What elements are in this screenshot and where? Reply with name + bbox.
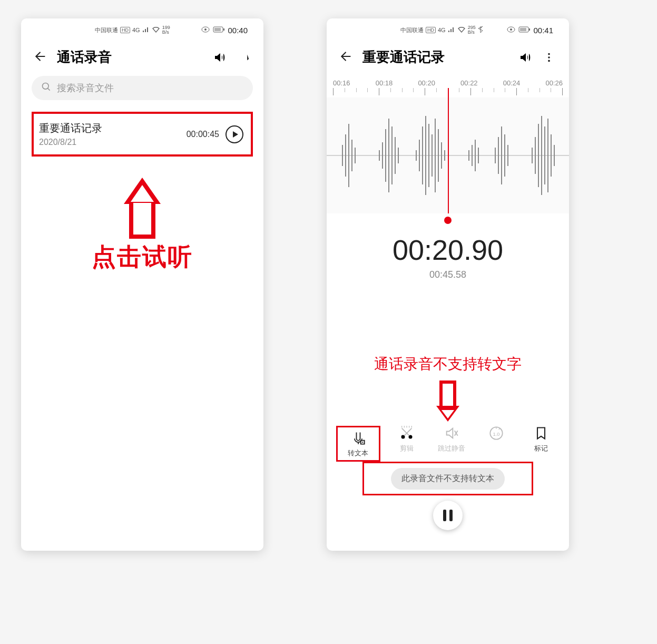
ruler-tick: 00:24: [503, 79, 521, 87]
tool-label: 转文本: [348, 448, 368, 458]
svg-point-1: [204, 28, 207, 31]
network-type: 4G: [132, 27, 140, 33]
ruler-tick: 00:20: [418, 79, 435, 87]
app-header: 通话录音: [21, 42, 263, 76]
playback-cursor[interactable]: [448, 88, 449, 213]
battery-icon: [518, 26, 530, 34]
sort-icon[interactable]: [236, 50, 251, 65]
back-icon[interactable]: [34, 50, 47, 65]
mute-skip-icon: [444, 426, 459, 441]
svg-rect-10: [520, 28, 526, 31]
phone-screenshot-list: 中国联通 HD 4G 199B/s 00:40 通: [21, 18, 263, 551]
tool-label: 标记: [534, 444, 548, 453]
hd-badge: HD: [426, 27, 436, 33]
ruler-tick: 00:16: [333, 79, 350, 87]
page-title: 重要通话记录: [362, 48, 508, 66]
trim-button[interactable]: 剪辑: [388, 426, 425, 453]
search-placeholder: 搜索录音文件: [57, 82, 114, 94]
bookmark-icon: [534, 426, 548, 441]
status-time: 00:41: [533, 26, 553, 35]
bt-icon: [478, 26, 483, 35]
svg-rect-4: [214, 28, 221, 31]
tool-label: 剪辑: [400, 444, 414, 453]
eye-icon: [507, 26, 515, 34]
annotation-text: 通话录音不支持转文字: [327, 354, 569, 374]
current-time: 00:20.90: [327, 233, 569, 266]
total-time: 00:45.58: [327, 269, 569, 280]
play-icon[interactable]: [225, 125, 243, 143]
svg-point-7: [510, 28, 512, 31]
toast-message: 此录音文件不支持转文本: [391, 468, 505, 490]
player-toolbar: 转文本 剪辑 跳过静音 1.0 标记: [327, 424, 569, 462]
annotation-text: 点击试听: [21, 241, 263, 274]
signal-icon: [448, 26, 455, 34]
speed-button[interactable]: 1.0: [478, 426, 515, 441]
svg-text:1.0: 1.0: [493, 432, 500, 437]
page-title: 通话录音: [57, 48, 202, 66]
toast-highlight: 此录音文件不支持转文本: [362, 462, 533, 495]
svg-rect-3: [223, 28, 224, 31]
tool-label: 跳过静音: [438, 444, 465, 453]
back-icon[interactable]: [339, 50, 353, 65]
ruler-tick: 00:26: [545, 79, 563, 87]
speaker-icon[interactable]: [517, 50, 532, 65]
status-time: 00:40: [228, 26, 248, 35]
phone-screenshot-player: 中国联通 HD 4G 295B/s 00:41 重要通话记录 00:16 00:…: [327, 18, 569, 551]
carrier-label: 中国联通: [400, 26, 424, 34]
annotation-arrow-down-icon: [436, 380, 459, 422]
net-speed: 295B/s: [468, 25, 476, 35]
recording-date: 2020/8/21: [39, 138, 187, 147]
status-bar: 中国联通 HD 4G 295B/s 00:41: [327, 18, 569, 42]
status-bar: 中国联通 HD 4G 199B/s 00:40: [21, 18, 263, 42]
ruler-tick: 00:22: [460, 79, 478, 87]
recording-title: 重要通话记录: [39, 121, 187, 135]
hd-badge: HD: [120, 27, 130, 33]
to-text-button[interactable]: 转文本: [336, 426, 380, 462]
speaker-icon[interactable]: [212, 50, 227, 65]
svg-point-13: [548, 60, 550, 62]
waveform[interactable]: [327, 97, 569, 213]
svg-point-5: [43, 83, 49, 89]
speed-icon: 1.0: [489, 426, 504, 441]
bookmark-button[interactable]: 标记: [523, 426, 560, 453]
carrier-label: 中国联通: [95, 26, 118, 34]
svg-point-11: [548, 53, 550, 55]
time-ruler: 00:16 00:18 00:20 00:22 00:24 00:26: [327, 76, 569, 88]
recording-duration: 00:00:45: [187, 130, 219, 139]
eye-icon: [201, 26, 210, 34]
search-icon: [41, 82, 52, 95]
svg-rect-9: [529, 28, 530, 31]
signal-icon: [142, 26, 150, 34]
transcribe-icon: [351, 431, 366, 445]
net-speed: 199B/s: [162, 25, 170, 35]
battery-icon: [213, 26, 224, 34]
wifi-icon: [152, 26, 160, 34]
app-header: 重要通话记录: [327, 42, 569, 76]
pause-icon: [443, 510, 446, 521]
network-type: 4G: [438, 27, 446, 33]
more-icon[interactable]: [542, 50, 556, 65]
svg-point-12: [548, 56, 550, 58]
wifi-icon: [457, 26, 466, 34]
skip-silence-button[interactable]: 跳过静音: [433, 426, 470, 453]
search-input[interactable]: 搜索录音文件: [32, 76, 253, 100]
pause-button[interactable]: [433, 501, 463, 530]
recording-item[interactable]: 重要通话记录 2020/8/21 00:00:45: [32, 112, 253, 157]
scissors-icon: [399, 426, 414, 441]
playback-cursor-dot[interactable]: [444, 217, 452, 224]
annotation-arrow-up-icon: [124, 178, 161, 236]
ruler-tick: 00:18: [376, 79, 393, 87]
